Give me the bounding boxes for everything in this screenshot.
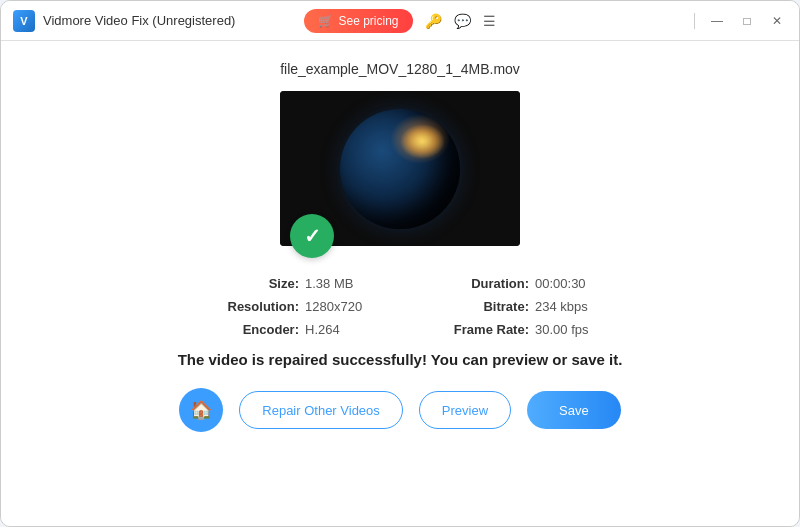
app-icon: V — [13, 10, 35, 32]
duration-label: Duration: — [435, 276, 535, 291]
menu-icon[interactable]: ☰ — [483, 13, 496, 29]
size-label: Size: — [185, 276, 305, 291]
video-info-grid: Size: 1.38 MB Duration: 00:00:30 Resolut… — [185, 276, 615, 337]
title-bar-right: — □ ✕ — [496, 11, 787, 31]
bitrate-value: 234 kbps — [535, 299, 615, 314]
duration-value: 00:00:30 — [535, 276, 615, 291]
earth-circle — [340, 109, 460, 229]
size-value: 1.38 MB — [305, 276, 435, 291]
see-pricing-button[interactable]: 🛒 See pricing — [304, 9, 412, 33]
cart-icon: 🛒 — [318, 14, 333, 28]
filename: file_example_MOV_1280_1_4MB.mov — [280, 61, 520, 77]
success-checkmark: ✓ — [290, 214, 334, 258]
framerate-label: Frame Rate: — [435, 322, 535, 337]
framerate-value: 30.00 fps — [535, 322, 615, 337]
title-divider — [694, 13, 695, 29]
repair-other-button[interactable]: Repair Other Videos — [239, 391, 403, 429]
earth-city-lights — [400, 124, 445, 159]
resolution-label: Resolution: — [185, 299, 305, 314]
preview-button[interactable]: Preview — [419, 391, 511, 429]
maximize-button[interactable]: □ — [737, 11, 757, 31]
main-content: file_example_MOV_1280_1_4MB.mov ✓ Size: … — [1, 41, 799, 527]
buttons-row: 🏠 Repair Other Videos Preview Save — [179, 388, 620, 432]
home-button[interactable]: 🏠 — [179, 388, 223, 432]
title-bar-center: 🛒 See pricing 🔑 💬 ☰ — [304, 9, 495, 33]
title-bar-left: V Vidmore Video Fix (Unregistered) — [13, 10, 304, 32]
encoder-value: H.264 — [305, 322, 435, 337]
bitrate-label: Bitrate: — [435, 299, 535, 314]
success-message: The video is repaired successfully! You … — [178, 351, 623, 368]
minimize-button[interactable]: — — [707, 11, 727, 31]
home-icon: 🏠 — [190, 399, 212, 421]
save-button[interactable]: Save — [527, 391, 621, 429]
video-thumbnail: ✓ — [280, 91, 520, 246]
title-bar: V Vidmore Video Fix (Unregistered) 🛒 See… — [1, 1, 799, 41]
app-title: Vidmore Video Fix (Unregistered) — [43, 13, 235, 28]
encoder-label: Encoder: — [185, 322, 305, 337]
close-button[interactable]: ✕ — [767, 11, 787, 31]
key-icon[interactable]: 🔑 — [425, 13, 442, 29]
resolution-value: 1280x720 — [305, 299, 435, 314]
chat-icon[interactable]: 💬 — [454, 13, 471, 29]
